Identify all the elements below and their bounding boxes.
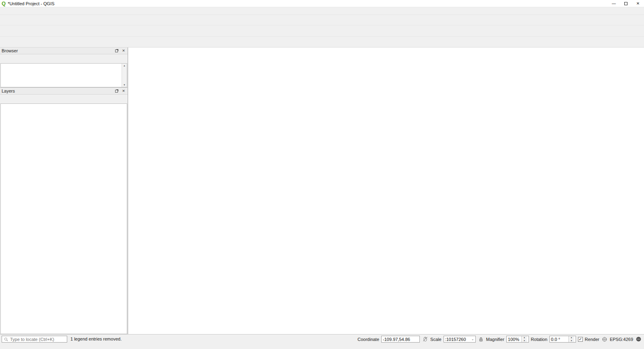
statusbar: 1 legend entries removed. Coordinate -10… (0, 334, 644, 349)
locator-input[interactable] (10, 337, 65, 342)
rotation-field[interactable]: 0.0 °▲▼ (549, 336, 576, 343)
layers-panel: Layers ✕ (0, 88, 128, 334)
rotation-label: Rotation (531, 337, 547, 342)
close-panel-icon[interactable]: ✕ (121, 89, 126, 93)
window-title: *Untitled Project - QGIS (8, 1, 54, 6)
layers-panel-title: Layers (2, 89, 15, 93)
float-panel-icon[interactable] (114, 89, 119, 93)
coordinate-label: Coordinate (357, 337, 379, 342)
magnifier-label: Magnifier (486, 337, 504, 342)
minimize-button[interactable]: — (608, 0, 620, 7)
map-canvas[interactable] (128, 47, 644, 334)
browser-scrollbar[interactable]: ▲▼ (122, 64, 127, 87)
lock-scale-icon[interactable] (478, 336, 484, 343)
render-checkbox[interactable]: ✓ (578, 337, 583, 342)
browser-tree: ▲▼ (0, 63, 127, 87)
qgis-logo-icon: Q (2, 1, 6, 6)
left-dock: Browser ✕ ▲▼ Layers ✕ (0, 47, 128, 334)
scale-combo[interactable]: :10157260⌄ (444, 336, 476, 343)
toolbar-map-navigation (0, 14, 644, 25)
mouse-position-icon[interactable] (422, 336, 428, 343)
menubar (0, 7, 644, 14)
usa-counties-map (148, 94, 613, 299)
float-panel-icon[interactable] (114, 48, 119, 53)
status-message: 1 legend entries removed. (70, 337, 122, 341)
coordinate-field[interactable]: -109.97,54.86 (381, 336, 420, 343)
render-label: Render (585, 337, 599, 342)
toolbar-scp (0, 36, 644, 47)
scale-label: Scale (430, 337, 442, 342)
window-titlebar: Q *Untitled Project - QGIS — ✕ (0, 0, 644, 7)
magnifier-field[interactable]: 100%▲▼ (506, 336, 529, 343)
browser-panel-title: Browser (2, 48, 18, 53)
locator-box[interactable] (2, 336, 67, 343)
close-panel-icon[interactable]: ✕ (121, 48, 126, 53)
search-icon (4, 337, 8, 342)
crs-status[interactable]: EPSG:4269 (610, 337, 633, 342)
toolbar-digitizing-labels (0, 25, 644, 36)
browser-panel: Browser ✕ ▲▼ (0, 47, 128, 88)
messages-icon[interactable] (635, 336, 642, 343)
crs-globe-icon (601, 336, 608, 343)
maximize-button[interactable] (620, 0, 632, 7)
close-button[interactable]: ✕ (632, 0, 644, 7)
